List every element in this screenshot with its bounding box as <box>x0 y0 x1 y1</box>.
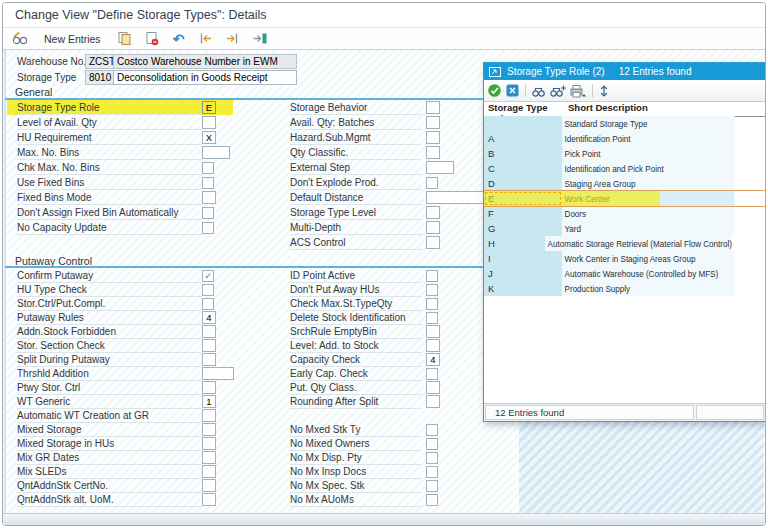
role-cell[interactable]: F <box>484 206 562 221</box>
description-cell[interactable]: Pick Point <box>562 146 735 161</box>
hazard-sub-mgmt-field[interactable] <box>426 131 440 144</box>
storage-type-desc-field[interactable]: Deconsolidation in Goods Receipt <box>113 70 297 85</box>
print-icon[interactable] <box>569 84 587 98</box>
role-cell[interactable]: B <box>484 146 562 161</box>
undo-icon[interactable]: ↶ <box>170 31 188 47</box>
description-cell[interactable]: Staging Area Group <box>562 176 735 191</box>
list-item[interactable]: CIdentification and Pick Point <box>484 161 765 176</box>
dont-explode-prod-checkbox[interactable] <box>426 177 438 189</box>
capacity-check-field[interactable]: 4 <box>426 353 440 366</box>
description-cell[interactable]: Yard <box>562 221 735 236</box>
automatic-wt-creation-field[interactable] <box>202 409 216 422</box>
stor-ctrl-put-compl-checkbox[interactable] <box>202 298 214 310</box>
role-cell[interactable]: A <box>484 131 562 146</box>
column-header-role[interactable]: Storage Type Role <box>484 102 566 116</box>
list-item[interactable]: JAutomatic Warehouse (Controlled by MFS) <box>484 266 765 281</box>
level-add-to-stock-field[interactable] <box>426 339 440 352</box>
role-cell[interactable]: E <box>484 191 562 206</box>
check-max-st-typeqty-checkbox[interactable] <box>426 298 438 310</box>
level-of-avail-qty-field[interactable] <box>202 116 216 129</box>
multi-depth-field[interactable] <box>426 221 440 234</box>
list-item[interactable]: Standard Storage Type <box>484 116 765 131</box>
list-item[interactable]: GYard <box>484 221 765 236</box>
description-cell[interactable]: Work Center in Staging Areas Group <box>562 251 735 266</box>
description-cell[interactable]: Identification Point <box>562 131 735 146</box>
qntaddnstk-alt-uom-field[interactable] <box>202 493 216 506</box>
list-item[interactable]: BPick Point <box>484 146 765 161</box>
mix-sleds-field[interactable] <box>202 465 216 478</box>
list-item[interactable]: FDoors <box>484 206 765 221</box>
list-item[interactable]: IWork Center in Staging Areas Group <box>484 251 765 266</box>
no-mx-disp-pty-checkbox[interactable] <box>426 452 438 464</box>
description-cell[interactable]: Work Center <box>562 191 735 206</box>
use-fixed-bins-checkbox[interactable] <box>202 177 214 189</box>
storage-type-role-field[interactable]: E <box>202 101 216 114</box>
no-mixed-owners-checkbox[interactable] <box>426 438 438 450</box>
role-cell[interactable]: D <box>484 176 562 191</box>
default-distance-field[interactable] <box>426 191 484 204</box>
early-cap-check-checkbox[interactable] <box>426 368 438 380</box>
role-cell[interactable]: C <box>484 161 562 176</box>
mix-gr-dates-field[interactable] <box>202 451 216 464</box>
addn-stock-forbidden-field[interactable] <box>202 325 216 338</box>
continue-icon[interactable] <box>487 83 502 98</box>
confirm-putaway-checkbox[interactable]: ✓ <box>202 270 214 282</box>
next-entry-icon[interactable] <box>224 31 242 47</box>
delete-row-icon[interactable] <box>143 31 161 47</box>
find-icon[interactable] <box>531 84 546 98</box>
description-cell[interactable]: Production Supply <box>562 281 735 296</box>
cancel-icon[interactable] <box>505 83 520 98</box>
storage-type-level-field[interactable] <box>426 206 440 219</box>
role-cell[interactable]: I <box>484 251 562 266</box>
mixed-storage-in-hus-field[interactable] <box>202 437 216 450</box>
qntaddnstk-certno-field[interactable] <box>202 479 216 492</box>
no-mx-spec-stk-checkbox[interactable] <box>426 480 438 492</box>
putaway-rules-field[interactable]: 4 <box>202 311 216 324</box>
other-entry-icon[interactable] <box>251 31 269 47</box>
list-item[interactable]: DStaging Area Group <box>484 176 765 191</box>
new-entries-button[interactable]: New Entries <box>38 32 107 46</box>
role-cell[interactable]: G <box>484 221 562 236</box>
mixed-storage-field[interactable] <box>202 423 216 436</box>
description-cell[interactable]: Identification and Pick Point <box>562 161 735 176</box>
chk-max-no-bins-checkbox[interactable] <box>202 162 214 174</box>
external-step-field[interactable] <box>426 161 454 174</box>
split-during-putaway-field[interactable] <box>202 353 216 366</box>
thrshld-addition-field[interactable] <box>202 367 234 380</box>
no-mxed-stk-ty-checkbox[interactable] <box>426 424 438 436</box>
ptwy-stor-ctrl-field[interactable] <box>202 381 216 394</box>
description-cell[interactable]: Automatic Storage Retrieval (Material Fl… <box>545 236 732 251</box>
max-no-bins-field[interactable] <box>202 146 230 159</box>
hu-requirement-field[interactable]: X <box>202 131 216 144</box>
description-cell[interactable]: Doors <box>562 206 735 221</box>
no-capacity-update-checkbox[interactable] <box>202 222 214 234</box>
sort-icon[interactable] <box>598 84 610 98</box>
wt-generic-field[interactable]: 1 <box>202 395 216 408</box>
column-header-description[interactable]: Short Description <box>566 102 648 116</box>
srchrule-emptybin-field[interactable] <box>426 325 440 338</box>
avail-qty-batches-field[interactable] <box>426 116 440 129</box>
rounding-after-split-field[interactable] <box>426 395 440 408</box>
role-cell[interactable]: K <box>484 281 562 296</box>
list-item[interactable]: KProduction Supply <box>484 281 765 296</box>
put-qty-class-field[interactable] <box>426 381 440 394</box>
no-mx-auoms-checkbox[interactable] <box>426 494 438 506</box>
list-item[interactable]: AIdentification Point <box>484 131 765 146</box>
previous-entry-icon[interactable] <box>197 31 215 47</box>
list-item[interactable]: HAutomatic Storage Retrieval (Material F… <box>484 236 765 251</box>
stor-section-check-field[interactable] <box>202 339 216 352</box>
fixed-bins-mode-field[interactable] <box>202 191 216 204</box>
description-cell[interactable]: Standard Storage Type <box>562 116 735 131</box>
copy-icon[interactable] <box>116 31 134 47</box>
role-cell[interactable] <box>484 116 562 131</box>
role-cell[interactable]: J <box>484 266 562 281</box>
role-cell[interactable]: H <box>484 236 545 251</box>
display-change-icon[interactable] <box>11 31 29 47</box>
no-mx-insp-docs-checkbox[interactable] <box>426 466 438 478</box>
hu-type-check-checkbox[interactable] <box>202 284 214 296</box>
delete-stock-identification-checkbox[interactable] <box>426 312 438 324</box>
storage-behavior-field[interactable] <box>426 101 440 114</box>
dont-put-away-hus-checkbox[interactable] <box>426 284 438 296</box>
list-item-selected[interactable]: EWork Center <box>484 190 765 207</box>
find-next-icon[interactable] <box>549 84 566 98</box>
